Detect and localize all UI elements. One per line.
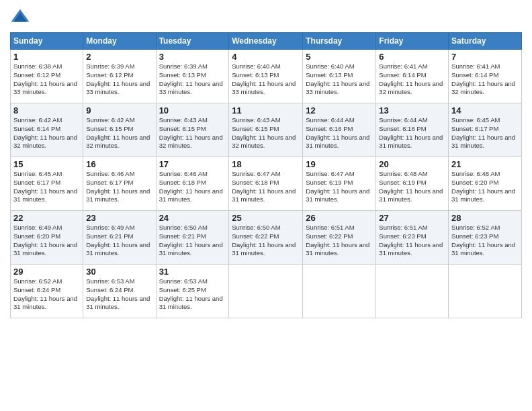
day-number: 30 bbox=[86, 267, 152, 277]
day-info: Sunrise: 6:50 AMSunset: 6:22 PMDaylight:… bbox=[232, 224, 300, 258]
day-number: 20 bbox=[379, 159, 445, 169]
logo-icon bbox=[10, 7, 30, 27]
day-info: Sunrise: 6:42 AMSunset: 6:15 PMDaylight:… bbox=[86, 116, 152, 150]
calendar-week-row: 1Sunrise: 6:38 AMSunset: 6:12 PMDaylight… bbox=[11, 50, 522, 103]
calendar-cell: 3Sunrise: 6:39 AMSunset: 6:13 PMDaylight… bbox=[156, 50, 229, 103]
calendar-cell: 22Sunrise: 6:49 AMSunset: 6:20 PMDayligh… bbox=[11, 211, 83, 265]
day-number: 24 bbox=[159, 213, 226, 223]
logo bbox=[10, 7, 33, 27]
day-number: 25 bbox=[232, 213, 300, 223]
day-number: 4 bbox=[232, 52, 300, 62]
day-info: Sunrise: 6:43 AMSunset: 6:15 PMDaylight:… bbox=[159, 116, 226, 150]
calendar-cell: 9Sunrise: 6:42 AMSunset: 6:15 PMDaylight… bbox=[83, 103, 156, 157]
day-number: 28 bbox=[451, 213, 519, 223]
day-number: 19 bbox=[306, 159, 373, 169]
calendar-cell: 17Sunrise: 6:46 AMSunset: 6:18 PMDayligh… bbox=[156, 157, 229, 211]
day-info: Sunrise: 6:43 AMSunset: 6:15 PMDaylight:… bbox=[232, 116, 300, 150]
calendar-cell: 15Sunrise: 6:45 AMSunset: 6:17 PMDayligh… bbox=[11, 157, 83, 211]
day-info: Sunrise: 6:52 AMSunset: 6:23 PMDaylight:… bbox=[451, 224, 519, 258]
day-info: Sunrise: 6:44 AMSunset: 6:16 PMDaylight:… bbox=[379, 116, 445, 150]
calendar-cell: 11Sunrise: 6:43 AMSunset: 6:15 PMDayligh… bbox=[229, 103, 303, 157]
day-number: 21 bbox=[451, 159, 519, 169]
day-info: Sunrise: 6:51 AMSunset: 6:23 PMDaylight:… bbox=[379, 224, 445, 258]
day-number: 3 bbox=[159, 52, 226, 62]
day-info: Sunrise: 6:47 AMSunset: 6:19 PMDaylight:… bbox=[306, 170, 373, 204]
calendar-cell: 29Sunrise: 6:52 AMSunset: 6:24 PMDayligh… bbox=[11, 265, 83, 318]
calendar-cell bbox=[229, 265, 303, 318]
calendar-day-header: Tuesday bbox=[156, 33, 229, 50]
day-info: Sunrise: 6:39 AMSunset: 6:13 PMDaylight:… bbox=[159, 62, 226, 97]
calendar-cell: 12Sunrise: 6:44 AMSunset: 6:16 PMDayligh… bbox=[303, 103, 376, 157]
calendar-cell: 23Sunrise: 6:49 AMSunset: 6:21 PMDayligh… bbox=[83, 211, 156, 265]
calendar-cell: 24Sunrise: 6:50 AMSunset: 6:21 PMDayligh… bbox=[156, 211, 229, 265]
calendar-cell: 1Sunrise: 6:38 AMSunset: 6:12 PMDaylight… bbox=[11, 50, 83, 103]
day-number: 12 bbox=[306, 105, 373, 116]
day-number: 22 bbox=[13, 213, 80, 223]
calendar-day-header: Friday bbox=[376, 33, 449, 50]
calendar-week-row: 29Sunrise: 6:52 AMSunset: 6:24 PMDayligh… bbox=[11, 265, 522, 318]
day-number: 23 bbox=[86, 213, 152, 223]
calendar-cell bbox=[376, 265, 449, 318]
calendar-cell: 4Sunrise: 6:40 AMSunset: 6:13 PMDaylight… bbox=[229, 50, 303, 103]
calendar-cell: 21Sunrise: 6:48 AMSunset: 6:20 PMDayligh… bbox=[449, 157, 522, 211]
day-info: Sunrise: 6:50 AMSunset: 6:21 PMDaylight:… bbox=[159, 224, 226, 258]
day-number: 9 bbox=[86, 105, 152, 116]
day-info: Sunrise: 6:42 AMSunset: 6:14 PMDaylight:… bbox=[13, 116, 80, 150]
calendar-day-header: Thursday bbox=[303, 33, 376, 50]
day-number: 17 bbox=[159, 159, 226, 169]
header bbox=[10, 7, 522, 27]
calendar-week-row: 8Sunrise: 6:42 AMSunset: 6:14 PMDaylight… bbox=[11, 103, 522, 157]
calendar-cell: 20Sunrise: 6:48 AMSunset: 6:19 PMDayligh… bbox=[376, 157, 449, 211]
day-number: 1 bbox=[13, 52, 80, 62]
calendar-cell: 28Sunrise: 6:52 AMSunset: 6:23 PMDayligh… bbox=[449, 211, 522, 265]
day-info: Sunrise: 6:47 AMSunset: 6:18 PMDaylight:… bbox=[232, 170, 300, 204]
day-info: Sunrise: 6:51 AMSunset: 6:22 PMDaylight:… bbox=[306, 224, 373, 258]
day-info: Sunrise: 6:41 AMSunset: 6:14 PMDaylight:… bbox=[451, 62, 519, 97]
calendar-cell: 7Sunrise: 6:41 AMSunset: 6:14 PMDaylight… bbox=[449, 50, 522, 103]
calendar-cell: 6Sunrise: 6:41 AMSunset: 6:14 PMDaylight… bbox=[376, 50, 449, 103]
calendar-cell bbox=[449, 265, 522, 318]
calendar-cell: 10Sunrise: 6:43 AMSunset: 6:15 PMDayligh… bbox=[156, 103, 229, 157]
day-number: 14 bbox=[451, 105, 519, 116]
day-number: 6 bbox=[379, 52, 445, 62]
day-info: Sunrise: 6:46 AMSunset: 6:17 PMDaylight:… bbox=[86, 170, 152, 204]
day-number: 7 bbox=[451, 52, 519, 62]
day-number: 5 bbox=[306, 52, 373, 62]
day-info: Sunrise: 6:45 AMSunset: 6:17 PMDaylight:… bbox=[13, 170, 80, 204]
day-number: 13 bbox=[379, 105, 445, 116]
calendar-cell: 18Sunrise: 6:47 AMSunset: 6:18 PMDayligh… bbox=[229, 157, 303, 211]
calendar-cell bbox=[303, 265, 376, 318]
calendar-cell: 13Sunrise: 6:44 AMSunset: 6:16 PMDayligh… bbox=[376, 103, 449, 157]
calendar-cell: 14Sunrise: 6:45 AMSunset: 6:17 PMDayligh… bbox=[449, 103, 522, 157]
day-info: Sunrise: 6:48 AMSunset: 6:19 PMDaylight:… bbox=[379, 170, 445, 204]
day-info: Sunrise: 6:48 AMSunset: 6:20 PMDaylight:… bbox=[451, 170, 519, 204]
day-number: 16 bbox=[86, 159, 152, 169]
page: SundayMondayTuesdayWednesdayThursdayFrid… bbox=[0, 0, 532, 411]
day-number: 11 bbox=[232, 105, 300, 116]
calendar-day-header: Saturday bbox=[449, 33, 522, 50]
day-info: Sunrise: 6:45 AMSunset: 6:17 PMDaylight:… bbox=[451, 116, 519, 150]
calendar-cell: 8Sunrise: 6:42 AMSunset: 6:14 PMDaylight… bbox=[11, 103, 83, 157]
day-number: 27 bbox=[379, 213, 445, 223]
day-info: Sunrise: 6:44 AMSunset: 6:16 PMDaylight:… bbox=[306, 116, 373, 150]
day-info: Sunrise: 6:46 AMSunset: 6:18 PMDaylight:… bbox=[159, 170, 226, 204]
day-info: Sunrise: 6:52 AMSunset: 6:24 PMDaylight:… bbox=[13, 277, 80, 312]
day-info: Sunrise: 6:41 AMSunset: 6:14 PMDaylight:… bbox=[379, 62, 445, 97]
calendar-day-header: Sunday bbox=[11, 33, 83, 50]
calendar-cell: 25Sunrise: 6:50 AMSunset: 6:22 PMDayligh… bbox=[229, 211, 303, 265]
day-info: Sunrise: 6:53 AMSunset: 6:24 PMDaylight:… bbox=[86, 277, 152, 312]
calendar-header-row: SundayMondayTuesdayWednesdayThursdayFrid… bbox=[11, 33, 522, 50]
day-number: 31 bbox=[159, 267, 226, 277]
day-info: Sunrise: 6:53 AMSunset: 6:25 PMDaylight:… bbox=[159, 277, 226, 312]
day-info: Sunrise: 6:40 AMSunset: 6:13 PMDaylight:… bbox=[306, 62, 373, 97]
day-info: Sunrise: 6:49 AMSunset: 6:21 PMDaylight:… bbox=[86, 224, 152, 258]
day-number: 10 bbox=[159, 105, 226, 116]
day-info: Sunrise: 6:40 AMSunset: 6:13 PMDaylight:… bbox=[232, 62, 300, 97]
calendar-cell: 5Sunrise: 6:40 AMSunset: 6:13 PMDaylight… bbox=[303, 50, 376, 103]
calendar-cell: 2Sunrise: 6:39 AMSunset: 6:12 PMDaylight… bbox=[83, 50, 156, 103]
calendar-cell: 19Sunrise: 6:47 AMSunset: 6:19 PMDayligh… bbox=[303, 157, 376, 211]
calendar-cell: 31Sunrise: 6:53 AMSunset: 6:25 PMDayligh… bbox=[156, 265, 229, 318]
day-info: Sunrise: 6:49 AMSunset: 6:20 PMDaylight:… bbox=[13, 224, 80, 258]
day-info: Sunrise: 6:39 AMSunset: 6:12 PMDaylight:… bbox=[86, 62, 152, 97]
calendar-cell: 16Sunrise: 6:46 AMSunset: 6:17 PMDayligh… bbox=[83, 157, 156, 211]
